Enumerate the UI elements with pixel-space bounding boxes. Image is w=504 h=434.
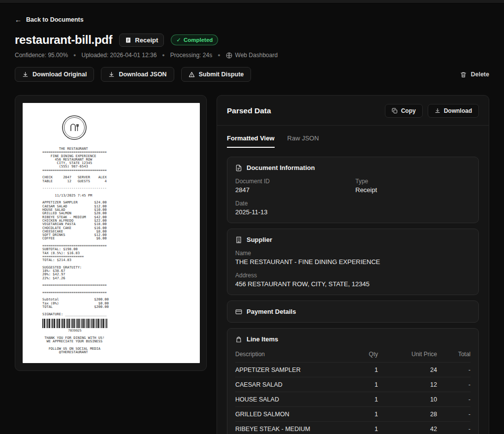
parsed-data-title: Parsed Data [227,106,271,115]
cell-qty: 1 [341,367,378,373]
alert-triangle-icon [189,71,195,78]
submit-dispute-button[interactable]: Submit Dispute [181,67,252,82]
line-items-header: Line Items [235,335,471,343]
download-icon [108,71,115,78]
document-information-title: Document Information [247,164,315,171]
title-row: restaurant-bill.pdf Receipt ✓ Completed [15,33,489,47]
field-label: Date [235,200,350,207]
panel-download-button[interactable]: Download [428,104,479,118]
file-text-icon [235,165,242,171]
cell-unit-price: 12 [378,381,437,388]
field-document-id: Document ID 2847 [235,178,350,194]
cell-description: HOUSE SALAD [235,396,341,403]
line-items-table: Description Qty Unit Price Total APPETIZ… [235,348,471,434]
field-label: Type [355,178,471,185]
credit-card-icon [235,308,242,315]
actions-left-group: Download Original Download JSON Submit D… [15,67,251,82]
field-supplier-name: Name THE RESTAURANT - FINE DINING EXPERI… [235,250,471,266]
copy-icon [392,108,398,114]
delete-button[interactable]: Delete [460,71,489,78]
source-text: Web Dashboard [226,52,278,59]
line-items-rows: APPETIZER SAMPLER 1 24 - CAESAR SALAD 1 … [235,362,471,434]
column-description: Description [235,351,341,358]
tab-raw-json[interactable]: Raw JSON [287,134,319,148]
document-information-fields: Document ID 2847 Type Receipt Date 2025-… [235,178,471,216]
cell-qty: 1 [341,381,378,388]
download-icon [435,108,441,114]
line-items-columns: Description Qty Unit Price Total [235,348,471,362]
copy-button[interactable]: Copy [385,104,423,118]
back-to-documents-link[interactable]: ← Back to Documents [15,16,84,23]
receipt-image: THE RESTAURANT =========================… [23,103,200,363]
receipt-footer-text: THANK YOU FOR DINING WITH US! WE APPRECI… [42,336,200,354]
receipt-body-text: THE RESTAURANT =========================… [42,147,200,316]
type-badge-label: Receipt [135,36,158,44]
cell-qty: 1 [341,396,378,403]
check-icon: ✓ [176,36,181,43]
cell-total: - [437,367,471,373]
shopping-bag-icon [235,336,242,343]
field-value: 2847 [235,186,350,194]
field-label: Name [235,250,471,257]
field-value: 2025-11-13 [235,208,350,216]
download-original-label: Download Original [32,71,87,78]
field-value: THE RESTAURANT - FINE DINING EXPERIENCE [235,258,471,266]
field-label: Address [235,272,471,279]
actions-row: Download Original Download JSON Submit D… [15,67,489,82]
parsed-data-tabs: Formatted View Raw JSON [217,126,489,148]
field-label: Document ID [235,178,350,185]
cell-unit-price: 10 [378,396,437,403]
parsed-data-panel: Parsed Data Copy Download Formatted View… [217,95,489,434]
back-link-label: Back to Documents [26,16,84,23]
window-chrome-strip [0,0,504,3]
download-json-button[interactable]: Download JSON [101,67,174,82]
main-content: THE RESTAURANT =========================… [15,95,489,434]
document-information-header: Document Information [235,164,471,171]
page-root: ← Back to Documents restaurant-bill.pdf … [0,3,504,434]
globe-icon [226,52,232,59]
supplier-card: Supplier Name THE RESTAURANT - FINE DINI… [227,229,479,295]
field-type: Type Receipt [355,178,471,194]
tab-formatted-view[interactable]: Formatted View [227,134,275,148]
cell-unit-price: 24 [378,367,437,373]
barcode [42,319,107,328]
document-information-card: Document Information Document ID 2847 Ty… [227,157,479,223]
field-date: Date 2025-11-13 [235,200,350,216]
building-icon [235,236,242,243]
field-supplier-address: Address 456 RESTAURANT ROW, CITY, STATE,… [235,272,471,288]
parsed-data-body: Document Information Document ID 2847 Ty… [217,148,489,434]
cell-unit-price: 42 [378,426,437,433]
document-preview-card: THE RESTAURANT =========================… [15,95,207,371]
cell-total: - [437,426,471,433]
confidence-text: Confidence: 95.00% [15,52,68,59]
table-row: RIBEYE STEAK - MEDIUM 1 42 - [235,421,471,434]
status-badge: ✓ Completed [171,34,218,45]
trash-icon [460,71,467,78]
column-unit-price: Unit Price [378,351,437,358]
table-row: HOUSE SALAD 1 10 - [235,392,471,406]
cell-description: GRILLED SALMON [235,411,341,418]
document-meta-row: Confidence: 95.00% ● Uploaded: 2026-04-0… [15,52,489,59]
cell-total: - [437,396,471,403]
receipt-icon [125,37,131,43]
cell-qty: 1 [341,426,378,433]
download-json-label: Download JSON [119,71,166,78]
cell-description: CAESAR SALAD [235,381,341,388]
cell-total: - [437,381,471,388]
meta-separator-dot: ● [73,53,76,58]
download-original-button[interactable]: Download Original [15,67,94,82]
payment-details-header: Payment Details [235,308,471,315]
back-arrow-icon: ← [15,16,22,23]
delete-label: Delete [471,71,489,78]
supplier-header: Supplier [235,236,471,243]
field-value: 456 RESTAURANT ROW, CITY, STATE, 12345 [235,280,471,288]
meta-separator-dot: ● [162,53,164,58]
uploaded-text: Uploaded: 2026-04-01 12:36 [82,52,157,59]
line-items-title: Line Items [247,335,278,343]
cell-unit-price: 28 [378,411,437,418]
supplier-title: Supplier [247,236,272,243]
document-type-badge: Receipt [119,33,164,47]
download-icon [22,71,29,78]
table-row: CAESAR SALAD 1 12 - [235,377,471,392]
field-value: Receipt [355,186,471,194]
